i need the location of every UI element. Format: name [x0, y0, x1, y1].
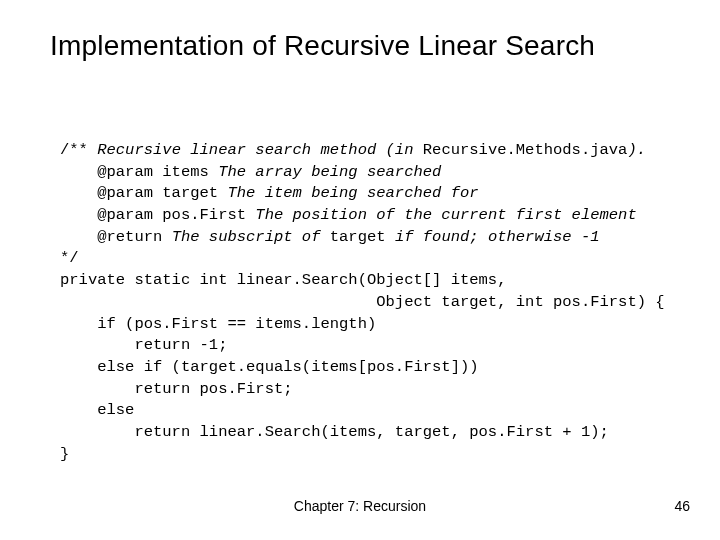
- code-line-14: return linear.Search(items, target, pos.…: [60, 423, 609, 441]
- code-line-5d: if found; otherwise -1: [386, 228, 600, 246]
- code-line-6: */: [60, 249, 79, 267]
- code-line-5b: The subscript of: [172, 228, 330, 246]
- slide: Implementation of Recursive Linear Searc…: [0, 0, 720, 540]
- code-line-1a: /**: [60, 141, 97, 159]
- code-line-5a: @return: [60, 228, 172, 246]
- code-line-8: Object target, int pos.First) {: [60, 293, 665, 311]
- code-line-10: return -1;: [60, 336, 227, 354]
- code-line-11: else if (target.equals(items[pos.First])…: [60, 358, 479, 376]
- slide-title: Implementation of Recursive Linear Searc…: [50, 30, 690, 62]
- code-line-3b: The item being searched for: [227, 184, 478, 202]
- page-number: 46: [674, 498, 690, 514]
- code-line-1d: ).: [627, 141, 646, 159]
- code-line-2a: @param items: [60, 163, 218, 181]
- chapter-label: Chapter 7: Recursion: [0, 498, 720, 514]
- code-line-7: private static int linear.Search(Object[…: [60, 271, 506, 289]
- code-line-12: return pos.First;: [60, 380, 293, 398]
- code-line-4b: The position of the current first elemen…: [255, 206, 636, 224]
- code-line-4a: @param pos.First: [60, 206, 255, 224]
- code-line-2b: The array being searched: [218, 163, 441, 181]
- code-line-13: else: [60, 401, 134, 419]
- code-block: /** Recursive linear search method (in R…: [60, 140, 680, 465]
- code-line-9: if (pos.First == items.length): [60, 315, 376, 333]
- code-line-1b: Recursive linear search method (in: [97, 141, 423, 159]
- code-line-5c: target: [330, 228, 386, 246]
- code-line-1c: Recursive.Methods.java: [423, 141, 628, 159]
- code-line-3a: @param target: [60, 184, 227, 202]
- code-line-15: }: [60, 445, 69, 463]
